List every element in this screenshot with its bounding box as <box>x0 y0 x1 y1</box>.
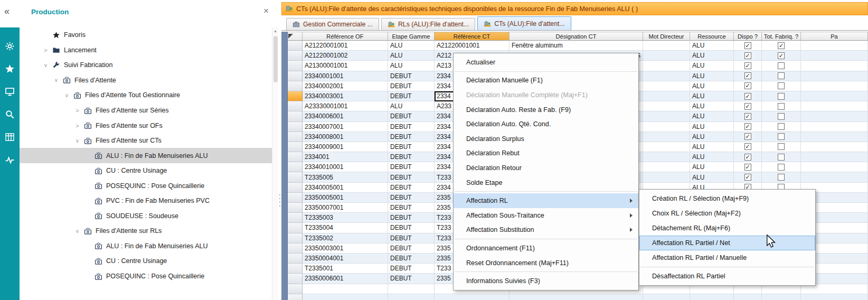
cell-reference-of[interactable]: A21220001002 <box>303 51 388 61</box>
row-header[interactable] <box>288 71 303 81</box>
checkbox-checked[interactable]: ✓ <box>744 82 751 89</box>
cell-mot-directeur[interactable] <box>643 122 690 132</box>
row-header[interactable] <box>288 152 303 162</box>
checkbox-unchecked[interactable] <box>778 113 785 120</box>
row-header[interactable] <box>288 284 303 294</box>
tab-rls-alu-file-d-attent[interactable]: RLs (ALU):File d'attent... <box>381 18 475 30</box>
tree-collapsed-chevron-icon[interactable]: > <box>72 123 82 129</box>
cell-ressource[interactable]: ALU <box>690 41 734 51</box>
row-header[interactable] <box>288 111 303 121</box>
checkbox-checked[interactable]: ✓ <box>744 72 751 79</box>
cell-pa[interactable] <box>801 122 868 132</box>
checkbox-unchecked[interactable] <box>778 154 785 161</box>
menu-item-declaration-rebut[interactable]: Déclaration Rebut <box>454 146 638 161</box>
iconbar-button-search[interactable] <box>0 103 20 126</box>
cell-ressource[interactable]: ALU <box>690 71 734 81</box>
cell-mot-directeur[interactable] <box>643 41 690 51</box>
cell-etape-gamme[interactable]: ALU <box>388 61 435 71</box>
cell-mot-directeur[interactable] <box>643 172 690 182</box>
cell-dispo[interactable] <box>734 294 762 300</box>
tree-item-files-d-attente-sur-ofs[interactable]: >Files d'Attente sur OFs <box>20 118 272 133</box>
cell-pa[interactable] <box>801 162 868 172</box>
cell-reference-of[interactable]: 23340006001 <box>303 111 388 121</box>
cell-dispo[interactable]: ✓ <box>734 162 762 172</box>
iconbar-button-gear[interactable] <box>0 35 20 58</box>
scroll-up-arrow-icon[interactable]: ▲ <box>272 27 278 35</box>
cell-ressource[interactable]: ALU <box>690 111 734 121</box>
cell-pa[interactable] <box>801 71 868 81</box>
row-header[interactable] <box>288 122 303 132</box>
checkbox-checked[interactable]: ✓ <box>778 42 785 49</box>
cell-pa[interactable] <box>801 142 868 152</box>
column-header-reference-of[interactable]: Référence OF <box>303 32 388 41</box>
tree-expanded-chevron-icon[interactable]: ∨ <box>41 62 51 68</box>
cell-etape-gamme[interactable]: DEBUT <box>388 132 435 142</box>
cell-reference-of[interactable]: A21220001001 <box>303 41 388 51</box>
cell-mot-directeur[interactable] <box>643 61 690 71</box>
cell-tot-fabriq[interactable] <box>762 132 801 142</box>
menu-item-detachement-rl-maj-f6[interactable]: Détachement RL (Maj+F6) <box>639 221 815 236</box>
cell-etape-gamme[interactable]: DEBUT <box>388 172 435 182</box>
cell-mot-directeur[interactable] <box>643 101 690 111</box>
menu-item-choix-rl-selection-maj-f2[interactable]: Choix RL / Sélection (Maj+F2) <box>639 206 815 221</box>
cell-tot-fabriq[interactable]: ✓ <box>762 51 801 61</box>
cell-etape-gamme[interactable]: ALU <box>388 101 435 111</box>
cell-etape-gamme[interactable]: DEBUT <box>388 223 435 233</box>
tree-item-files-d-attente-sur-cts[interactable]: ∨Files d'Attente sur CTs <box>20 133 272 148</box>
cell-reference-of[interactable]: T2335003 <box>303 213 388 223</box>
column-header-ressource[interactable]: Ressource <box>690 32 734 41</box>
cell-dispo[interactable]: ✓ <box>734 172 762 182</box>
cell-etape-gamme[interactable]: DEBUT <box>388 213 435 223</box>
checkbox-checked[interactable]: ✓ <box>778 52 785 59</box>
cell-reference-of[interactable]: T2335001 <box>303 264 388 274</box>
cell-tot-fabriq[interactable] <box>762 101 801 111</box>
cell-pa[interactable] <box>801 101 868 111</box>
tree-item-files-d-attente-tout-gestionnaire[interactable]: ∨Files d'Attente Tout Gestionnaire <box>20 88 272 103</box>
row-header[interactable] <box>288 223 303 233</box>
row-header[interactable] <box>288 101 303 111</box>
cell-dispo[interactable]: ✓ <box>734 122 762 132</box>
column-header-mot-directeur[interactable]: Mot Directeur <box>643 32 690 41</box>
cell-pa[interactable] <box>801 152 868 162</box>
cell-ressource[interactable]: ALU <box>690 91 734 101</box>
checkbox-checked[interactable]: ✓ <box>744 154 751 161</box>
cell-pa[interactable] <box>801 61 868 71</box>
menu-item-declaration-manuelle-f1[interactable]: Déclaration Manuelle (F1) <box>454 73 638 88</box>
cell-mot-directeur[interactable] <box>643 91 690 101</box>
cell-tot-fabriq[interactable] <box>762 71 801 81</box>
cell-mot-directeur[interactable] <box>643 162 690 172</box>
row-header[interactable] <box>288 213 303 223</box>
cell-pa[interactable] <box>801 172 868 182</box>
column-header-etape-gamme[interactable]: Etape Gamme <box>388 32 435 41</box>
cell-dispo[interactable]: ✓ <box>734 132 762 142</box>
tree-item-lancement[interactable]: >Lancement <box>20 43 272 58</box>
checkbox-checked[interactable]: ✓ <box>744 103 751 110</box>
checkbox-unchecked[interactable] <box>778 143 785 150</box>
tab-gestion-commerciale[interactable]: Gestion Commerciale ... <box>286 18 379 30</box>
cell-etape-gamme[interactable]: DEBUT <box>388 254 435 264</box>
menu-item-declaration-surplus[interactable]: Déclaration Surplus <box>454 132 638 146</box>
cell-mot-directeur[interactable] <box>643 81 690 91</box>
cell-dispo[interactable]: ✓ <box>734 91 762 101</box>
cell-tot-fabriq[interactable] <box>762 81 801 91</box>
cell-ressource[interactable]: ALU <box>690 51 734 61</box>
cell-mot-directeur[interactable] <box>643 51 690 61</box>
cell-tot-fabriq[interactable] <box>762 111 801 121</box>
tree-item-posequinc-pose-quincaillerie[interactable]: POSEQUINC : Pose Quincaillerie <box>20 269 272 284</box>
cell-etape-gamme[interactable]: ALU <box>388 41 435 51</box>
cell-pa[interactable] <box>801 41 868 51</box>
cell-tot-fabriq[interactable] <box>762 294 801 300</box>
row-header[interactable] <box>288 193 303 203</box>
cell-reference-of[interactable]: 23340008001 <box>303 132 388 142</box>
cell-ressource[interactable]: ALU <box>690 61 734 71</box>
sidebar-scrollbar[interactable]: ▲ <box>272 27 278 300</box>
menu-item-actualiser[interactable]: Actualiser <box>454 55 638 70</box>
tree-item-files-d-attente-sur-series[interactable]: >Files d'Attente sur Séries <box>20 103 272 118</box>
tree-expanded-chevron-icon[interactable]: ∨ <box>62 92 72 98</box>
cell-etape-gamme[interactable]: DEBUT <box>388 81 435 91</box>
iconbar-button-activity[interactable] <box>0 148 20 171</box>
menu-item-declaration-auto-reste-a-fab-f9[interactable]: Déclaration Auto. Reste à Fab. (F9) <box>454 102 638 117</box>
cell-reference-of[interactable]: 23340003001 <box>303 91 388 101</box>
tree-expanded-chevron-icon[interactable]: ∨ <box>72 138 82 144</box>
menu-item-affectation-rl[interactable]: Affectation RL <box>454 193 638 208</box>
